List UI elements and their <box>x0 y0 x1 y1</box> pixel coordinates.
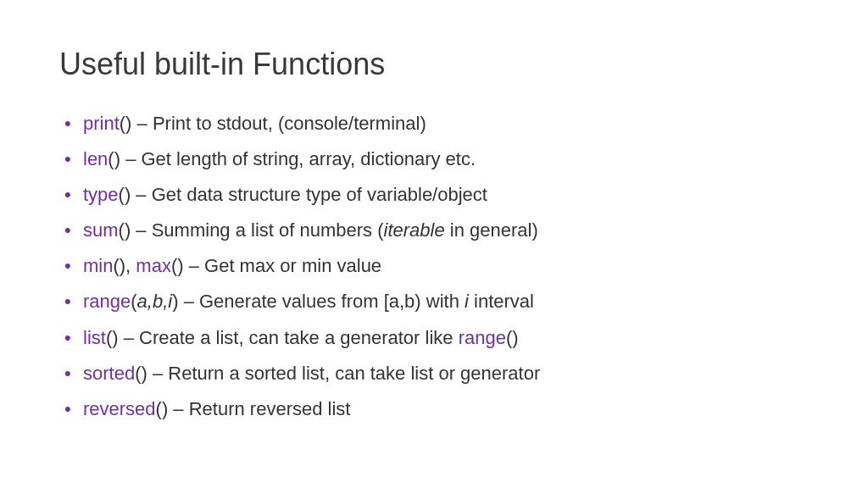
separator: – <box>179 291 199 312</box>
function-args: () <box>120 113 132 134</box>
args-open: ( <box>131 291 136 312</box>
separator: – <box>120 148 141 169</box>
function-name-inline: range <box>459 327 506 348</box>
separator: – <box>119 327 139 348</box>
description: Print to stdout, (console/terminal) <box>153 113 426 134</box>
list-item: list() – Create a list, can take a gener… <box>59 324 809 352</box>
description: Get max or min value <box>204 255 381 276</box>
description-post: interval <box>469 291 534 312</box>
separator: – <box>168 398 188 419</box>
separator: – <box>147 363 168 384</box>
description-post: () <box>506 327 519 348</box>
function-args-2: () <box>171 255 184 276</box>
list-item: min(), max() – Get max or min value <box>59 252 809 280</box>
function-name: list <box>83 327 106 348</box>
function-args: (), <box>113 255 136 276</box>
function-name: reversed <box>83 398 156 419</box>
args-close: ) <box>172 291 178 312</box>
function-args: () <box>135 363 147 384</box>
function-args: () <box>108 148 120 169</box>
description: Get data structure type of variable/obje… <box>152 184 487 205</box>
description-pre: Create a list, can take a generator like <box>139 327 459 348</box>
italic-text: iterable <box>384 219 445 241</box>
function-name: type <box>83 184 119 205</box>
function-name: sum <box>83 219 119 241</box>
function-args: () <box>119 219 131 241</box>
slide-title: Useful built-in Functions <box>59 47 809 82</box>
function-args: () <box>156 398 169 419</box>
bullet-list: print() – Print to stdout, (console/term… <box>59 109 809 424</box>
function-name: min <box>83 255 113 276</box>
args-italic: a,b,i <box>137 291 173 312</box>
description-pre: Generate values from [a,b) with <box>199 291 465 312</box>
function-name: range <box>83 291 131 312</box>
function-args: () <box>119 184 131 205</box>
list-item: print() – Print to stdout, (console/term… <box>59 109 809 138</box>
function-name: print <box>83 113 120 134</box>
separator: – <box>131 113 152 134</box>
separator: – <box>131 219 151 241</box>
description: Return reversed list <box>189 398 351 419</box>
separator: – <box>131 184 151 205</box>
description: Return a sorted list, can take list or g… <box>168 363 540 384</box>
description-pre: Summing a list of numbers ( <box>152 219 384 241</box>
function-name-2: max <box>136 255 171 276</box>
list-item: type() – Get data structure type of vari… <box>59 180 809 209</box>
separator: – <box>184 255 204 276</box>
list-item: sum() – Summing a list of numbers (itera… <box>59 216 809 245</box>
list-item: sorted() – Return a sorted list, can tak… <box>59 359 809 388</box>
list-item: len() – Get length of string, array, dic… <box>59 145 809 174</box>
list-item: range(a,b,i) – Generate values from [a,b… <box>59 287 809 316</box>
description-post: in general) <box>445 219 538 241</box>
function-name: len <box>83 148 108 169</box>
function-name: sorted <box>83 363 135 384</box>
list-item: reversed() – Return reversed list <box>59 395 809 424</box>
description: Get length of string, array, dictionary … <box>141 148 476 169</box>
function-args: () <box>106 327 119 348</box>
